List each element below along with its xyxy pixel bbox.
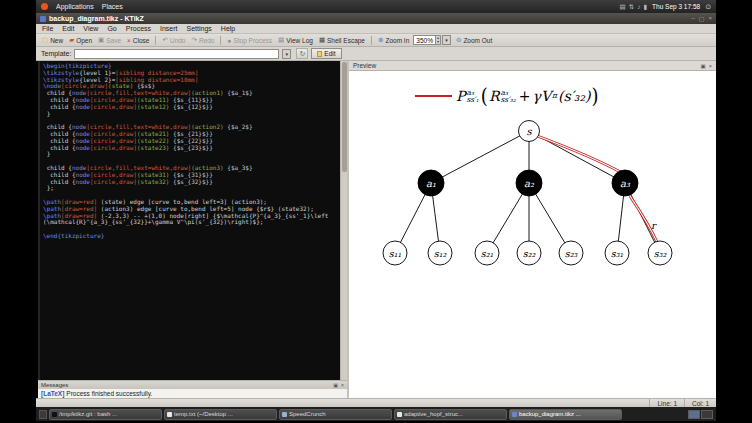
taskbar-item-label: SpeedCrunch (289, 411, 326, 417)
label-a1: a₁ (426, 178, 436, 189)
messages-title: Messages (41, 382, 68, 388)
edit-button-label: Edit (324, 50, 335, 57)
ubuntu-logo-icon[interactable] (41, 3, 48, 10)
redo-icon: ↷ (191, 36, 196, 44)
close-file-icon: × (127, 37, 131, 44)
toolbar-separator (155, 36, 156, 45)
open-button[interactable]: ▰Open (66, 35, 95, 46)
zoom-level-value: 350% (414, 37, 435, 44)
new-button[interactable]: ▢New (39, 35, 66, 46)
menu-help[interactable]: Help (221, 25, 235, 32)
menu-go[interactable]: Go (107, 25, 116, 32)
code-editor[interactable]: \begin{tikzpicture}\tikzstyle{level 1}=[… (38, 61, 347, 380)
zoom-in-label: Zoom In (385, 37, 409, 44)
toolbar-button-label: Open (76, 37, 92, 44)
label-s21: s₂₁ (481, 248, 494, 259)
close-window-button[interactable]: × (708, 15, 712, 22)
toolbar-separator (220, 36, 221, 45)
window-titlebar[interactable]: backup_diagram.tikz - KTikZ – ▢ × (36, 13, 716, 24)
label-s: s (526, 126, 532, 137)
close-dock-icon[interactable]: × (709, 63, 712, 69)
network-icon[interactable]: ⇅ (629, 3, 634, 11)
applications-menu[interactable]: Applications (56, 3, 94, 10)
taskbar-item[interactable]: adaptive_hopf_struc... (394, 409, 507, 420)
zoom-dropdown-button[interactable]: ▾ (442, 35, 451, 45)
zoom-out-button[interactable]: ⊖ Zoom Out (453, 35, 495, 46)
maximize-button[interactable]: ▢ (699, 15, 705, 22)
label-a3: a₃ (620, 178, 631, 189)
template-dropdown-button[interactable]: ▾ (282, 49, 291, 59)
toolbar-buttons: ▢New▰Open▣Save×Close↶Undo↷Redo●Stop Proc… (39, 34, 375, 46)
close-button[interactable]: ×Close (124, 35, 152, 46)
preview-pane: Preview ▣ × P a₃ss′₁ ( R a₃ss′₃₂ + (349, 61, 716, 398)
menu-edit[interactable]: Edit (62, 25, 74, 32)
clock[interactable]: Thu Sep 3 17:58 (652, 3, 700, 10)
zoom-level-combo[interactable]: 350% ▴▾ (413, 35, 441, 45)
workspace-2[interactable] (701, 410, 713, 419)
desktop: Applications Places ▤⇅♪▮ Thu Sep 3 17:58… (36, 0, 716, 423)
zoom-in-icon: ⊕ (378, 36, 383, 44)
code-line: } (43, 151, 338, 158)
label-s32: s₃₂ (654, 248, 668, 259)
zoom-spinner[interactable]: ▴▾ (435, 36, 440, 44)
minimize-button[interactable]: – (691, 15, 694, 22)
preview-content: P a₃ss′₁ ( R a₃ss′₃₂ + γV π (s′₃₂) ) (349, 71, 716, 398)
editor-code[interactable]: \begin{tikzpicture}\tikzstyle{level 1}=[… (40, 61, 347, 240)
menu-settings[interactable]: Settings (187, 25, 212, 32)
taskbar-item-label: backup_diagram.tikz ... (519, 411, 581, 417)
show-desktop-button[interactable] (39, 410, 47, 419)
taskbar-item-icon (397, 412, 402, 417)
zoom-out-label: Zoom Out (463, 37, 492, 44)
shell-escape-button[interactable]: ▦Shell Escape (316, 35, 368, 46)
messages-float-icon[interactable]: ▣ (333, 382, 338, 388)
code-line: \path[draw=red] (-2.3,3) -- +(1,0) node[… (43, 213, 338, 227)
battery-icon[interactable]: ▮ (643, 3, 647, 11)
ktikz-app-icon (40, 16, 46, 22)
template-label: Template: (41, 50, 71, 57)
workspace-switcher (688, 410, 713, 419)
zoom-in-button[interactable]: ⊕ Zoom In (375, 35, 412, 46)
places-menu[interactable]: Places (102, 3, 123, 10)
volume-icon[interactable]: ♪ (637, 3, 640, 10)
red-edge-s-a3 (532, 134, 624, 174)
template-row: Template: ▾ ↻ Edit (36, 47, 716, 61)
view-log-icon: ▤ (278, 36, 284, 44)
taskbar-item-label: adaptive_hopf_struc... (404, 411, 463, 417)
editor-scrollbar[interactable] (340, 61, 347, 380)
taskbar-item[interactable]: temp.txt (~/Desktop ... (164, 409, 277, 420)
stop-process-button: ●Stop Process (224, 35, 275, 46)
stop-process-icon: ● (227, 37, 231, 44)
tray-icons: ▤⇅♪▮ (617, 3, 647, 11)
status-col: Col: 1 (684, 399, 716, 407)
template-refresh-button[interactable]: ↻ (296, 48, 308, 59)
power-icon[interactable]: ⊙ (705, 3, 711, 11)
taskbar-item[interactable]: /tmp/ktikz.git : bash ... (49, 409, 162, 420)
workspace-1[interactable] (688, 410, 700, 419)
template-combobox[interactable] (74, 49, 279, 59)
label-r: r (651, 220, 657, 231)
messages-close-icon[interactable]: × (341, 382, 344, 388)
preview-diagram: s a₁ a₂ a₃ s₁₁ s₁₂ s₂₁ s₂₂ s₂₃ s₃₁ s₃₂ r (349, 71, 716, 398)
menu-process[interactable]: Process (126, 25, 151, 32)
label-s11: s₁₁ (389, 248, 402, 259)
menu-file[interactable]: File (42, 25, 53, 32)
tree-edge (431, 131, 529, 183)
taskbar-item[interactable]: SpeedCrunch (279, 409, 392, 420)
undo-button: ↶Undo (159, 35, 188, 46)
code-line: }; (43, 185, 338, 192)
taskbar-item[interactable]: backup_diagram.tikz ... (509, 409, 622, 420)
label-a2: a₂ (524, 178, 535, 189)
preview-title: Preview (353, 62, 376, 69)
view-log-button[interactable]: ▤View Log (275, 35, 316, 46)
template-edit-button[interactable]: Edit (311, 48, 341, 59)
mail-icon[interactable]: ▤ (620, 3, 626, 11)
label-s12: s₁₂ (434, 248, 448, 259)
float-dock-icon[interactable]: ▣ (701, 63, 706, 69)
spin-down-icon[interactable]: ▾ (436, 40, 440, 44)
messages-header[interactable]: Messages ▣ × (38, 380, 347, 389)
messages-text: Process finished successfully. (66, 390, 152, 397)
taskbar-item-icon (52, 412, 57, 417)
menu-insert[interactable]: Insert (160, 25, 178, 32)
main-toolbar: ▢New▰Open▣Save×Close↶Undo↷Redo●Stop Proc… (36, 34, 716, 47)
menu-view[interactable]: View (83, 25, 98, 32)
